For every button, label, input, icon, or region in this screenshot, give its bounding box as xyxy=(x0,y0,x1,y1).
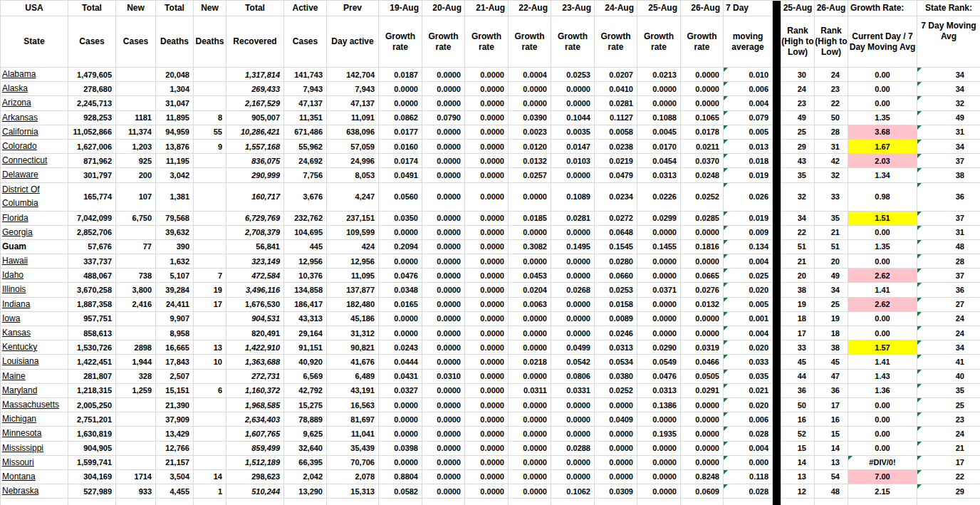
cell-recovered[interactable]: 160,717 xyxy=(226,182,284,211)
cell-prev-day-active[interactable]: 137,877 xyxy=(327,283,379,297)
cell-7day-moving-avg[interactable]: 0.026 xyxy=(724,182,773,211)
cell-growth-ratio[interactable]: 0.00 xyxy=(848,82,917,96)
header-7day-1[interactable]: 7 Day xyxy=(724,1,773,16)
cell-growth-rate[interactable]: 0.0058 xyxy=(595,125,637,139)
cell-growth-rate[interactable]: 0.0000 xyxy=(509,469,551,484)
cell-state-name[interactable]: California xyxy=(1,125,68,139)
cell-growth-rate[interactable]: 0.0000 xyxy=(595,455,637,469)
cell-total-deaths[interactable]: 11,195 xyxy=(156,154,194,168)
cell-total-deaths[interactable]: 1,381 xyxy=(156,182,194,211)
cell-growth-rate[interactable]: 0.0000 xyxy=(465,355,509,369)
cell-state-name[interactable]: Iowa xyxy=(1,311,68,326)
cell-growth-rate[interactable]: 0.0243 xyxy=(379,340,422,355)
state-link[interactable]: Alabama xyxy=(2,69,36,79)
cell-growth-rate[interactable]: 0.0431 xyxy=(379,369,422,383)
cell-7day-moving-avg[interactable]: 0.019 xyxy=(724,211,773,225)
cell-new-cases[interactable] xyxy=(116,82,156,96)
cell-recovered[interactable]: 820,491 xyxy=(226,326,284,340)
cell-recovered[interactable]: 905,007 xyxy=(226,110,284,125)
cell-prev-day-active[interactable]: 24,996 xyxy=(327,154,379,168)
cell-new-cases[interactable] xyxy=(116,311,156,326)
black-divider[interactable] xyxy=(773,412,781,427)
state-link[interactable]: Massachusetts xyxy=(2,400,59,410)
cell-growth-rate[interactable]: 0.0542 xyxy=(551,355,595,369)
cell-growth-rate[interactable]: 0.1455 xyxy=(637,239,681,254)
cell-growth-rate[interactable]: 0.0000 xyxy=(637,441,681,455)
cell-growth-rate[interactable]: 0.0000 xyxy=(551,269,595,283)
cell-growth-rate[interactable]: 0.0000 xyxy=(465,427,509,441)
cell-new-cases[interactable] xyxy=(116,427,156,441)
cell-growth-rate[interactable]: 0.1044 xyxy=(551,110,595,125)
cell-growth-rate[interactable]: 0.0549 xyxy=(637,355,681,369)
cell-new-deaths[interactable]: 6 xyxy=(194,383,226,397)
cell-growth-rate[interactable]: 0.0000 xyxy=(637,455,681,469)
cell-new-deaths[interactable] xyxy=(194,412,226,427)
state-link[interactable]: Indiana xyxy=(2,299,30,309)
cell-state-rank[interactable]: 24 xyxy=(917,326,980,340)
cell-growth-rate[interactable]: 0.0000 xyxy=(422,154,465,168)
cell-growth-rate[interactable]: 0.0000 xyxy=(379,254,422,269)
cell-growth-rate[interactable]: 0.0000 xyxy=(422,297,465,311)
cell-new-deaths[interactable] xyxy=(194,211,226,225)
cell-growth-rate[interactable]: 0.2094 xyxy=(379,239,422,254)
header-growth-19[interactable]: Growth rate xyxy=(379,16,422,68)
cell-growth-rate[interactable]: 0.0000 xyxy=(637,82,681,96)
cell-new-deaths[interactable]: 55 xyxy=(194,125,226,139)
cell-growth-ratio[interactable]: #DIV/0! xyxy=(848,455,917,469)
header-growth-23[interactable]: Growth rate xyxy=(551,16,595,68)
cell-prev-day-active[interactable]: 182,480 xyxy=(327,297,379,311)
cell-growth-rate[interactable]: 0.0371 xyxy=(637,283,681,297)
cell-recovered[interactable]: 1,512,189 xyxy=(226,455,284,469)
cell-new-cases[interactable] xyxy=(116,441,156,455)
cell-growth-rate[interactable]: 0.0476 xyxy=(379,269,422,283)
black-divider[interactable] xyxy=(773,82,781,96)
cell-7day-moving-avg[interactable]: 0.009 xyxy=(724,225,773,239)
header-state[interactable]: State xyxy=(1,16,68,68)
cell-total-cases[interactable]: 1,530,726 xyxy=(68,340,116,355)
cell-growth-ratio[interactable]: 0.00 xyxy=(848,412,917,427)
cell-state-rank[interactable]: 37 xyxy=(917,269,980,283)
cell-growth-rate[interactable]: 0.0000 xyxy=(422,283,465,297)
cell-total-deaths[interactable]: 39,284 xyxy=(156,283,194,297)
cell-growth-rate[interactable]: 0.0000 xyxy=(422,225,465,239)
cell-active-cases[interactable]: 11,351 xyxy=(284,110,327,125)
cell-total-deaths[interactable]: 13,429 xyxy=(156,427,194,441)
cell-growth-rate[interactable]: 0.0000 xyxy=(422,182,465,211)
cell-growth-rate[interactable]: 0.1065 xyxy=(681,110,724,125)
cell-state-rank[interactable]: 36 xyxy=(917,182,980,211)
cell-growth-ratio[interactable]: 1.36 xyxy=(848,383,917,397)
cell-rank-26aug[interactable]: 25 xyxy=(815,297,848,311)
cell-growth-rate[interactable]: 0.0000 xyxy=(509,441,551,455)
cell-recovered[interactable]: 1,363,688 xyxy=(226,355,284,369)
cell-total-deaths[interactable]: 17,843 xyxy=(156,355,194,369)
cell-new-cases[interactable]: 2898 xyxy=(116,340,156,355)
cell-prev-day-active[interactable]: 41,676 xyxy=(327,355,379,369)
cell-growth-rate[interactable]: 0.0272 xyxy=(595,211,637,225)
cell-total-cases[interactable]: 165,774 xyxy=(68,182,116,211)
cell-growth-rate[interactable]: 0.0252 xyxy=(681,182,724,211)
state-link[interactable]: Maryland xyxy=(2,385,37,395)
cell-growth-rate[interactable]: 0.0268 xyxy=(551,283,595,297)
cell-growth-rate[interactable]: 0.1062 xyxy=(551,484,595,499)
cell-growth-rate[interactable]: 0.0000 xyxy=(551,96,595,110)
cell-growth-rate[interactable]: 0.0000 xyxy=(637,254,681,269)
cell-growth-rate[interactable]: 0.0582 xyxy=(379,484,422,499)
cell-total-cases[interactable]: 488,067 xyxy=(68,269,116,283)
cell-state-rank[interactable]: 31 xyxy=(917,225,980,239)
cell-7day-moving-avg[interactable]: 0.004 xyxy=(724,254,773,269)
cell-growth-rate[interactable]: 0.0000 xyxy=(465,383,509,397)
cell-state-rank[interactable]: 37 xyxy=(917,211,980,225)
header-total-recovered-1[interactable]: Total xyxy=(226,1,284,16)
cell-growth-ratio[interactable]: 1.34 xyxy=(848,168,917,182)
black-divider[interactable] xyxy=(773,96,781,110)
cell-active-cases[interactable]: 13,290 xyxy=(284,484,327,499)
cell-total-deaths[interactable]: 21,157 xyxy=(156,455,194,469)
black-divider[interactable] xyxy=(773,254,781,269)
cell-total-deaths[interactable]: 15,151 xyxy=(156,383,194,397)
cell-state-name[interactable]: Indiana xyxy=(1,297,68,311)
cell-total-cases[interactable]: 278,680 xyxy=(68,82,116,96)
cell-growth-rate[interactable]: 0.0000 xyxy=(551,412,595,427)
cell-growth-rate[interactable]: 0.0000 xyxy=(422,96,465,110)
cell-growth-rate[interactable]: 0.0000 xyxy=(422,441,465,455)
cell-rank-26aug[interactable]: 22 xyxy=(815,96,848,110)
